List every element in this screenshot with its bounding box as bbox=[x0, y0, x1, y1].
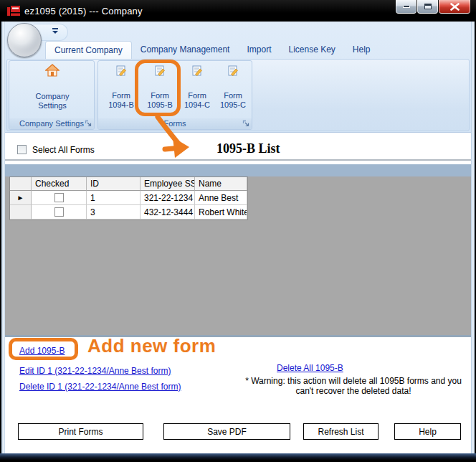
row-checkbox-cell[interactable] bbox=[32, 205, 87, 220]
column-header-name[interactable]: Name bbox=[195, 177, 247, 191]
column-header-checked[interactable]: Checked bbox=[32, 177, 87, 191]
refresh-list-button[interactable]: Refresh List bbox=[303, 423, 379, 440]
cell-employee-ss[interactable]: 432-12-3444 bbox=[141, 205, 195, 220]
titlebar: ez1095 (2015) --- Company bbox=[0, 0, 476, 22]
form-1094c-button[interactable]: Form 1094-C bbox=[178, 61, 216, 110]
ribbon: Current Company Company Management Impor… bbox=[5, 22, 471, 133]
tab-license-key[interactable]: License Key bbox=[280, 41, 343, 59]
grid-corner-cell[interactable] bbox=[10, 177, 32, 191]
quick-access-chevron-icon[interactable] bbox=[52, 28, 59, 34]
form-1095c-button[interactable]: Form 1095-C bbox=[214, 61, 252, 110]
window-title: ez1095 (2015) --- Company bbox=[24, 6, 143, 16]
column-header-employee-ss[interactable]: Employee SS bbox=[141, 177, 195, 191]
group-footer-forms: Forms bbox=[98, 118, 252, 129]
form-edit-icon bbox=[103, 65, 140, 79]
window-body: Current Company Company Management Impor… bbox=[5, 22, 471, 453]
tab-help[interactable]: Help bbox=[344, 41, 379, 59]
minimize-icon bbox=[403, 6, 410, 8]
button-label-line1: Company bbox=[9, 92, 95, 101]
add-1095b-link[interactable]: Add 1095-B bbox=[19, 346, 65, 356]
close-icon bbox=[449, 3, 460, 11]
row-checkbox-cell[interactable] bbox=[32, 191, 87, 205]
app-window: ez1095 (2015) --- Company bbox=[0, 0, 476, 462]
form-1094b-button[interactable]: Form 1094-B bbox=[103, 61, 140, 110]
group-forms: Form 1094-B Form bbox=[97, 60, 252, 130]
separator-line bbox=[5, 159, 471, 161]
app-icon bbox=[7, 6, 20, 19]
dialog-launcher-icon[interactable] bbox=[242, 120, 250, 128]
row-selector-icon: ► bbox=[17, 194, 24, 202]
window-controls bbox=[395, 0, 470, 14]
maximize-button[interactable] bbox=[417, 0, 438, 14]
home-icon bbox=[9, 64, 95, 80]
row-checkbox[interactable] bbox=[54, 193, 64, 202]
row-checkbox[interactable] bbox=[54, 207, 64, 217]
list-title: 1095-B List bbox=[216, 141, 280, 156]
close-button[interactable] bbox=[439, 0, 470, 14]
cell-employee-ss[interactable]: 321-22-1234 bbox=[141, 191, 195, 205]
row-selector[interactable]: ► bbox=[10, 191, 32, 205]
warning-line2: can't recover the deleted data! bbox=[232, 386, 475, 396]
form-edit-icon bbox=[214, 65, 252, 79]
row-selector[interactable] bbox=[10, 205, 32, 220]
ribbon-tabs: Current Company Company Management Impor… bbox=[45, 41, 379, 59]
dialog-launcher-icon[interactable] bbox=[85, 120, 92, 128]
delete-all-warning: * Warning: this action will delete all 1… bbox=[232, 376, 475, 396]
print-forms-button[interactable]: Print Forms bbox=[18, 423, 143, 440]
form-edit-icon bbox=[141, 65, 178, 79]
tab-current-company[interactable]: Current Company bbox=[45, 41, 132, 59]
cell-id[interactable]: 3 bbox=[87, 205, 141, 220]
edit-id1-link[interactable]: Edit ID 1 (321-22-1234/Anne Best form) bbox=[19, 366, 171, 376]
table-row: 3 432-12-3444 Robert White bbox=[10, 205, 247, 220]
forms-data-grid: Checked ID Employee SS Name ► 1 321-22-1… bbox=[9, 176, 248, 220]
maximize-icon bbox=[424, 4, 432, 9]
tab-company-management[interactable]: Company Management bbox=[132, 41, 239, 59]
form-edit-icon bbox=[178, 65, 216, 79]
delete-all-1095b-link[interactable]: Delete All 1095-B bbox=[277, 363, 343, 373]
form-1095b-button[interactable]: Form 1095-B bbox=[141, 61, 178, 110]
column-header-id[interactable]: ID bbox=[87, 177, 141, 191]
cell-name[interactable]: Robert White bbox=[195, 205, 247, 220]
select-all-forms-label: Select All Forms bbox=[32, 145, 95, 155]
cell-name[interactable]: Anne Best bbox=[195, 191, 247, 205]
minimize-button[interactable] bbox=[396, 0, 416, 14]
ribbon-panel: Company Settings Company Settings bbox=[6, 59, 470, 131]
grid-background-panel: Checked ID Employee SS Name ► 1 321-22-1… bbox=[5, 164, 471, 337]
tab-import[interactable]: Import bbox=[238, 41, 280, 59]
select-all-forms-checkbox[interactable] bbox=[17, 145, 27, 154]
group-footer-company-settings: Company Settings bbox=[9, 118, 94, 129]
group-company-settings: Company Settings Company Settings bbox=[9, 60, 95, 130]
save-pdf-button[interactable]: Save PDF bbox=[163, 423, 290, 440]
company-settings-button[interactable]: Company Settings bbox=[9, 61, 95, 110]
help-button[interactable]: Help bbox=[394, 423, 461, 440]
cell-id[interactable]: 1 bbox=[87, 191, 141, 205]
button-label-line2: Settings bbox=[9, 101, 95, 110]
window-border-bottom bbox=[0, 453, 476, 462]
warning-line1: * Warning: this action will delete all 1… bbox=[232, 376, 475, 386]
application-orb-button[interactable] bbox=[7, 23, 42, 57]
grid-header-row: Checked ID Employee SS Name bbox=[10, 177, 247, 191]
table-row: ► 1 321-22-1234 Anne Best bbox=[10, 191, 247, 205]
delete-id1-link[interactable]: Delete ID 1 (321-22-1234/Anne Best form) bbox=[19, 382, 181, 392]
